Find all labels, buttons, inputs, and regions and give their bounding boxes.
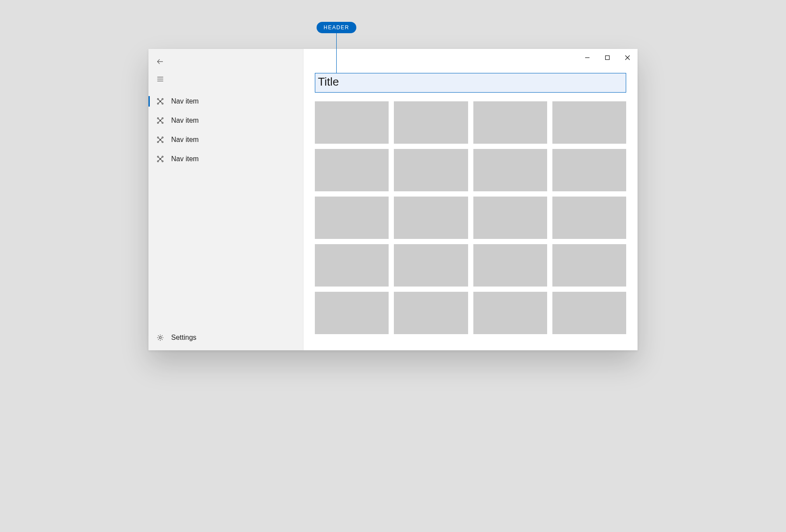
svg-point-4 — [159, 100, 161, 102]
content-tile[interactable] — [315, 244, 389, 287]
main-pane: Title — [303, 49, 638, 350]
svg-point-31 — [159, 158, 161, 159]
svg-line-27 — [159, 138, 160, 139]
nav-item-label: Nav item — [171, 155, 199, 163]
minimize-icon — [585, 55, 590, 60]
content-tile[interactable] — [473, 101, 547, 144]
svg-point-34 — [157, 161, 159, 162]
svg-point-17 — [162, 122, 163, 124]
content-tile[interactable] — [315, 197, 389, 239]
svg-point-8 — [162, 103, 163, 104]
svg-point-22 — [159, 139, 161, 140]
content-tile[interactable] — [473, 244, 547, 287]
nav-sidebar: Nav itemNav itemNav itemNav item Setting… — [148, 49, 303, 350]
back-button[interactable] — [148, 53, 303, 70]
svg-point-13 — [159, 120, 161, 121]
svg-point-7 — [157, 103, 159, 104]
annotation-callout: HEADER — [317, 22, 356, 73]
svg-line-20 — [159, 121, 160, 122]
content-tile[interactable] — [394, 149, 468, 191]
annotation-leader-line — [336, 33, 337, 73]
svg-point-25 — [157, 142, 159, 143]
svg-line-18 — [159, 119, 160, 120]
annotation-badge: HEADER — [317, 22, 356, 33]
content-tile[interactable] — [394, 101, 468, 144]
page-title: Title — [318, 75, 623, 89]
svg-line-21 — [161, 121, 162, 122]
svg-point-6 — [162, 98, 163, 100]
svg-line-12 — [161, 102, 162, 103]
svg-point-14 — [157, 117, 159, 119]
content-tile[interactable] — [315, 292, 389, 334]
svg-point-33 — [162, 156, 163, 157]
maximize-button[interactable] — [597, 49, 617, 66]
svg-line-10 — [161, 100, 162, 101]
nav-glyph-icon — [156, 136, 164, 144]
content-tile[interactable] — [552, 292, 626, 334]
svg-line-9 — [159, 100, 160, 101]
settings-label: Settings — [171, 334, 196, 342]
svg-point-32 — [157, 156, 159, 157]
sidebar-settings[interactable]: Settings — [148, 327, 303, 349]
content-tile[interactable] — [552, 101, 626, 144]
back-arrow-icon — [156, 58, 164, 66]
content-tile[interactable] — [315, 149, 389, 191]
content-grid — [315, 101, 626, 334]
svg-line-37 — [161, 157, 162, 159]
content-tile[interactable] — [394, 292, 468, 334]
svg-line-29 — [159, 140, 160, 142]
svg-line-19 — [161, 119, 162, 120]
close-button[interactable] — [617, 49, 638, 66]
svg-point-5 — [157, 98, 159, 100]
content-tile[interactable] — [315, 101, 389, 144]
svg-line-30 — [161, 140, 162, 142]
svg-point-26 — [162, 142, 163, 143]
nav-item-label: Nav item — [171, 117, 199, 124]
svg-line-28 — [161, 138, 162, 139]
svg-point-40 — [159, 337, 162, 339]
content-tile[interactable] — [473, 149, 547, 191]
app-window: Nav itemNav itemNav itemNav item Setting… — [148, 49, 638, 350]
nav-glyph-icon — [156, 117, 164, 124]
svg-line-39 — [161, 159, 162, 161]
svg-line-36 — [159, 157, 160, 159]
svg-point-16 — [157, 122, 159, 124]
svg-point-23 — [157, 137, 159, 138]
content-tile[interactable] — [552, 197, 626, 239]
content-tile[interactable] — [394, 244, 468, 287]
sidebar-nav-item[interactable]: Nav item — [148, 130, 303, 149]
sidebar-nav-item[interactable]: Nav item — [148, 111, 303, 130]
maximize-icon — [605, 55, 610, 60]
svg-line-38 — [159, 159, 160, 161]
content-tile[interactable] — [473, 292, 547, 334]
svg-line-11 — [159, 102, 160, 103]
svg-rect-42 — [606, 56, 610, 60]
nav-item-label: Nav item — [171, 97, 199, 105]
nav-list: Nav itemNav itemNav itemNav item — [148, 92, 303, 169]
close-icon — [625, 55, 630, 60]
svg-point-24 — [162, 137, 163, 138]
sidebar-nav-item[interactable]: Nav item — [148, 149, 303, 169]
content-tile[interactable] — [394, 197, 468, 239]
gear-icon — [156, 334, 164, 342]
nav-glyph-icon — [156, 155, 164, 163]
hamburger-button[interactable] — [148, 71, 303, 87]
sidebar-nav-item[interactable]: Nav item — [148, 92, 303, 111]
hamburger-icon — [156, 75, 164, 83]
minimize-button[interactable] — [577, 49, 597, 66]
nav-glyph-icon — [156, 97, 164, 105]
svg-point-35 — [162, 161, 163, 162]
svg-point-15 — [162, 117, 163, 119]
nav-item-label: Nav item — [171, 136, 199, 144]
header-region: Title — [315, 73, 626, 93]
content-tile[interactable] — [552, 149, 626, 191]
caption-controls — [577, 49, 638, 66]
content-tile[interactable] — [473, 197, 547, 239]
content-tile[interactable] — [552, 244, 626, 287]
